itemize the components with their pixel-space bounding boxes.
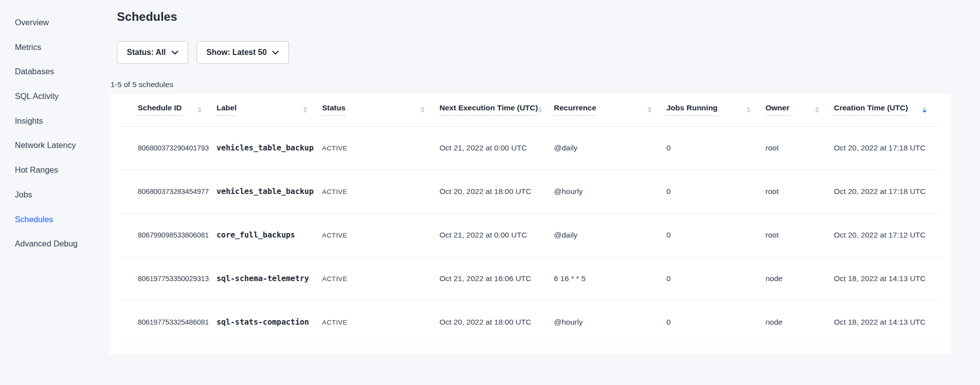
sort-icon[interactable]: [198, 107, 202, 113]
jobs-running-cell: 0: [666, 213, 765, 257]
schedule-label-cell: core_full_backups: [217, 213, 322, 257]
filter-bar: Status: All Show: Latest 50: [117, 41, 980, 64]
sort-icon[interactable]: [815, 107, 819, 113]
results-count: 1-5 of 5 schedules: [110, 80, 980, 90]
sidebar-item-hot-ranges[interactable]: Hot Ranges: [0, 158, 110, 183]
sidebar-nav: Overview Metrics Databases SQL Activity …: [0, 0, 110, 385]
sidebar-item-metrics[interactable]: Metrics: [0, 35, 110, 60]
chevron-down-icon: [272, 50, 279, 55]
schedule-label-cell: vehicles_table_backup: [217, 170, 322, 213]
owner-cell: node: [765, 300, 834, 344]
main-content: Schedules Status: All Show: Latest 50 1-…: [110, 0, 980, 385]
schedule-id-cell: 806197753325486081: [120, 300, 217, 344]
status-cell: ACTIVE: [322, 126, 439, 170]
page-title: Schedules: [117, 10, 980, 24]
table-row: 806197753350029313 sql-schema-telemetry …: [120, 257, 941, 300]
schedules-table-card: Schedule ID Label Status Next Execution …: [110, 94, 951, 354]
next-execution-cell: Oct 21, 2022 at 16:06 UTC: [439, 257, 554, 300]
sort-icon[interactable]: [648, 107, 652, 113]
creation-time-cell: Oct 18, 2022 at 14:13 UTC: [834, 257, 941, 300]
sidebar-item-schedules[interactable]: Schedules: [0, 207, 110, 232]
creation-time-cell: Oct 20, 2022 at 17:12 UTC: [834, 213, 941, 257]
creation-time-cell: Oct 18, 2022 at 14:13 UTC: [834, 300, 941, 344]
schedule-id-cell: 806800373290401793: [120, 126, 217, 170]
sort-icon[interactable]: [538, 107, 542, 113]
sidebar-item-sql-activity[interactable]: SQL Activity: [0, 84, 110, 109]
schedule-id-cell: 806799098533806081: [120, 213, 217, 257]
next-execution-cell: Oct 20, 2022 at 18:00 UTC: [439, 170, 554, 213]
status-cell: ACTIVE: [322, 213, 439, 257]
schedules-table: Schedule ID Label Status Next Execution …: [120, 94, 941, 344]
column-header-next-execution-time[interactable]: Next Execution Time (UTC): [439, 94, 554, 126]
owner-cell: node: [765, 257, 834, 300]
recurrence-cell: @hourly: [554, 300, 666, 344]
column-header-creation-time[interactable]: Creation Time (UTC): [834, 94, 941, 126]
creation-time-cell: Oct 20, 2022 at 17:18 UTC: [834, 126, 941, 170]
schedule-id-cell: 806800373283454977: [120, 170, 217, 213]
sort-icon[interactable]: [923, 107, 926, 113]
schedule-label-cell: vehicles_table_backup: [217, 126, 322, 170]
table-row: 806800373283454977 vehicles_table_backup…: [120, 170, 941, 213]
sidebar-item-jobs[interactable]: Jobs: [0, 183, 110, 207]
sort-icon[interactable]: [303, 107, 307, 113]
owner-cell: root: [765, 213, 834, 257]
sort-icon[interactable]: [421, 107, 425, 113]
sidebar-item-advanced-debug[interactable]: Advanced Debug: [0, 232, 110, 256]
schedule-id-cell: 806197753350029313: [120, 257, 217, 300]
recurrence-cell: @hourly: [554, 170, 666, 213]
app-layout: Overview Metrics Databases SQL Activity …: [0, 0, 980, 385]
column-header-label[interactable]: Label: [217, 94, 322, 126]
jobs-running-cell: 0: [666, 257, 765, 300]
table-row: 806799098533806081 core_full_backups ACT…: [120, 213, 941, 257]
next-execution-cell: Oct 21, 2022 at 0:00 UTC: [439, 126, 554, 170]
table-header-row: Schedule ID Label Status Next Execution …: [120, 94, 941, 126]
show-latest-label: Show: Latest 50: [207, 48, 267, 57]
creation-time-cell: Oct 20, 2022 at 17:18 UTC: [834, 170, 941, 213]
owner-cell: root: [765, 126, 834, 170]
recurrence-cell: @daily: [554, 126, 666, 170]
column-header-recurrence[interactable]: Recurrence: [554, 94, 666, 126]
status-cell: ACTIVE: [322, 300, 439, 344]
sidebar-item-network-latency[interactable]: Network Latency: [0, 133, 110, 158]
jobs-running-cell: 0: [666, 300, 765, 344]
status-cell: ACTIVE: [322, 257, 439, 300]
schedule-label-cell: sql-schema-telemetry: [217, 257, 322, 300]
table-row: 806800373290401793 vehicles_table_backup…: [120, 126, 941, 170]
sidebar-item-databases[interactable]: Databases: [0, 59, 110, 84]
sort-icon[interactable]: [747, 107, 751, 113]
sidebar-item-insights[interactable]: Insights: [0, 109, 110, 134]
next-execution-cell: Oct 20, 2022 at 18:00 UTC: [439, 300, 554, 344]
column-header-schedule-id[interactable]: Schedule ID: [120, 94, 217, 126]
schedule-label-cell: sql-stats-compaction: [217, 300, 322, 344]
sidebar-item-overview[interactable]: Overview: [0, 10, 110, 35]
status-filter-dropdown[interactable]: Status: All: [117, 41, 188, 64]
show-latest-dropdown[interactable]: Show: Latest 50: [197, 41, 289, 64]
column-header-status[interactable]: Status: [322, 94, 439, 126]
recurrence-cell: 6 16 * * 5: [554, 257, 666, 300]
jobs-running-cell: 0: [666, 126, 765, 170]
column-header-owner[interactable]: Owner: [765, 94, 834, 126]
status-filter-label: Status: All: [127, 48, 166, 57]
status-cell: ACTIVE: [322, 170, 439, 213]
recurrence-cell: @daily: [554, 213, 666, 257]
jobs-running-cell: 0: [666, 170, 765, 213]
chevron-down-icon: [171, 50, 178, 55]
next-execution-cell: Oct 21, 2022 at 0:00 UTC: [439, 213, 554, 257]
column-header-jobs-running[interactable]: Jobs Running: [666, 94, 765, 126]
owner-cell: root: [765, 170, 834, 213]
table-row: 806197753325486081 sql-stats-compaction …: [120, 300, 941, 344]
